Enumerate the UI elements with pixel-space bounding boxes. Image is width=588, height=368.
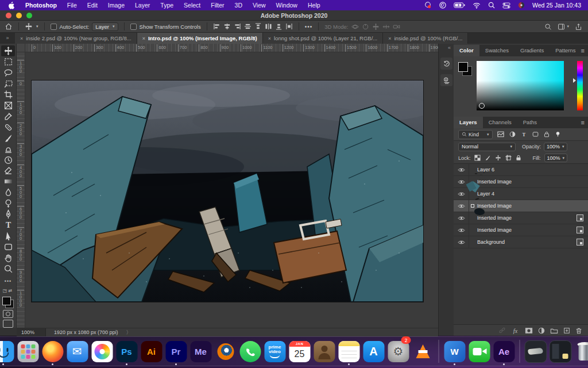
- zoom-tool-icon[interactable]: [1, 263, 15, 274]
- dock-icon-photoshop[interactable]: Ps: [116, 338, 138, 365]
- menu-clock[interactable]: Wed 25 Jan 10:43: [532, 2, 581, 9]
- lock-pixels-icon[interactable]: [485, 155, 491, 161]
- tab-overflow-icon[interactable]: »: [0, 33, 15, 44]
- launchpad-app-icon[interactable]: [17, 341, 38, 362]
- link-layers-icon[interactable]: [498, 327, 506, 334]
- filter-kind-dropdown[interactable]: Kind ▾: [458, 130, 493, 139]
- share-icon[interactable]: [575, 23, 582, 30]
- menu-photoshop[interactable]: Photoshop: [20, 0, 62, 10]
- distribute-center-v-icon[interactable]: [265, 23, 272, 30]
- battery-icon[interactable]: [454, 2, 465, 8]
- color-swatches[interactable]: [458, 62, 472, 76]
- prime-video-app-icon[interactable]: primevideo: [264, 341, 285, 362]
- status-chevron-icon[interactable]: 〉: [126, 329, 131, 336]
- layers-tab-paths[interactable]: Paths: [517, 117, 543, 128]
- layers-tab-channels[interactable]: Channels: [483, 117, 517, 128]
- dock-icon-media-encoder[interactable]: Me: [190, 338, 212, 365]
- grammarly-icon[interactable]: [439, 2, 446, 9]
- crop-tool-icon[interactable]: [1, 89, 15, 100]
- dock-icon-vlc[interactable]: [412, 338, 434, 365]
- color-tab-gradients[interactable]: Gradients: [514, 45, 550, 56]
- app-store-app-icon[interactable]: A: [363, 341, 384, 362]
- shape-layer-filter-icon[interactable]: [532, 131, 539, 137]
- locked-layer-filter-icon[interactable]: [544, 131, 550, 137]
- document-tab-1[interactable]: ×inside 2.psd @ 100% (New group, RGB/8..…: [15, 33, 137, 44]
- filter-toggle-icon[interactable]: [555, 131, 561, 137]
- pan-3d-icon[interactable]: [372, 23, 380, 30]
- roll-3d-icon[interactable]: [362, 23, 369, 30]
- path-selection-tool-icon[interactable]: [1, 231, 15, 241]
- foreground-background-swatches[interactable]: [2, 297, 14, 308]
- move-tool-icon[interactable]: [1, 45, 15, 56]
- zoom-level-field[interactable]: 100%: [17, 328, 46, 336]
- align-left-icon[interactable]: [213, 23, 220, 30]
- canvas-artwork[interactable]: [32, 80, 423, 302]
- title-bar[interactable]: Adobe Photoshop 2020: [0, 10, 588, 21]
- minimized-doc-app-icon[interactable]: [524, 340, 547, 363]
- quick-mask-mode-icon[interactable]: [3, 310, 13, 318]
- camera-3d-icon[interactable]: [393, 23, 400, 30]
- color-tab-patterns[interactable]: Patterns: [550, 45, 581, 56]
- history-brush-tool-icon[interactable]: [1, 155, 15, 166]
- layer-visibility-eye-icon[interactable]: [454, 236, 469, 248]
- premiere-app-icon[interactable]: Pr: [165, 341, 187, 362]
- menu-type[interactable]: Type: [155, 0, 179, 10]
- whatsapp-app-icon[interactable]: [239, 341, 261, 362]
- dock-icon-whatsapp[interactable]: [239, 338, 261, 365]
- calendar-app-icon[interactable]: JAN25: [289, 341, 310, 362]
- frame-tool-icon[interactable]: [1, 100, 15, 111]
- dock-icon-calendar[interactable]: JAN25: [289, 338, 311, 365]
- layers-tab-layers[interactable]: Layers: [454, 117, 483, 128]
- dock-icon-illustrator[interactable]: Ai: [141, 338, 163, 365]
- lock-transparency-icon[interactable]: [474, 155, 481, 161]
- edit-toolbar-icon[interactable]: •••: [1, 275, 15, 286]
- menu-view[interactable]: View: [247, 0, 271, 10]
- search-icon[interactable]: [544, 23, 552, 30]
- layer-row[interactable]: Inserted Image: [454, 176, 588, 188]
- dock-icon-premiere[interactable]: Pr: [165, 338, 187, 365]
- after-effects-app-icon[interactable]: Ae: [493, 341, 514, 362]
- control-center-icon[interactable]: [502, 2, 510, 9]
- color-tab-color[interactable]: Color: [454, 45, 479, 56]
- dock-icon-finder[interactable]: [0, 338, 14, 365]
- dock-icon-minimized-doc[interactable]: [525, 338, 547, 365]
- saturation-brightness-field[interactable]: [477, 61, 564, 110]
- trash-app-icon[interactable]: [574, 341, 588, 362]
- align-center-h-icon[interactable]: [244, 23, 252, 30]
- adjustment-layer-filter-icon[interactable]: [509, 131, 516, 137]
- input-source-icon[interactable]: [518, 2, 525, 9]
- spotlight-icon[interactable]: [488, 2, 495, 9]
- layer-name[interactable]: Background: [477, 239, 577, 245]
- auto-select-checkbox[interactable]: [51, 24, 57, 30]
- contacts-app-icon[interactable]: [314, 341, 335, 362]
- ruler-corner[interactable]: [17, 44, 25, 52]
- dock-icon-firefox[interactable]: [42, 338, 64, 365]
- layer-visibility-eye-icon[interactable]: [454, 188, 469, 200]
- screen-mode-icon[interactable]: [3, 320, 13, 328]
- tab-close-icon[interactable]: ×: [142, 36, 145, 41]
- align-center-v-icon[interactable]: [223, 23, 231, 30]
- dodge-tool-icon[interactable]: [1, 198, 15, 209]
- fill-dropdown[interactable]: 100%▾: [544, 154, 568, 162]
- facetime-app-icon[interactable]: [469, 341, 490, 362]
- pasteboard[interactable]: [25, 52, 438, 328]
- mail-app-icon[interactable]: [67, 341, 88, 362]
- tool-preset-chevron-icon[interactable]: ▾: [36, 24, 38, 29]
- layers-panel-menu-icon[interactable]: ≡: [581, 119, 585, 126]
- document-tab-4[interactable]: ×inside.psd @ 100% (RGB/...: [383, 33, 468, 44]
- lock-position-icon[interactable]: [495, 155, 501, 161]
- layer-name[interactable]: Layer 4: [477, 191, 588, 197]
- apple-menu-icon[interactable]: [8, 2, 14, 9]
- menu-layer[interactable]: Layer: [130, 0, 155, 10]
- dock-icon-minimized-window[interactable]: [550, 338, 571, 365]
- home-icon[interactable]: [5, 22, 13, 30]
- auto-select-control[interactable]: Auto-Select: Layer▾: [51, 22, 118, 31]
- dock-icon-contacts[interactable]: [314, 338, 335, 365]
- layer-row[interactable]: Background: [454, 236, 588, 248]
- distribute-bottom-icon[interactable]: [275, 23, 283, 30]
- menu-select[interactable]: Select: [179, 0, 206, 10]
- swap-colors-icon[interactable]: ◳⇄: [3, 288, 13, 293]
- dock-icon-trash[interactable]: [574, 338, 588, 365]
- dock-icon-word[interactable]: W: [444, 338, 466, 365]
- new-layer-icon[interactable]: [563, 327, 570, 334]
